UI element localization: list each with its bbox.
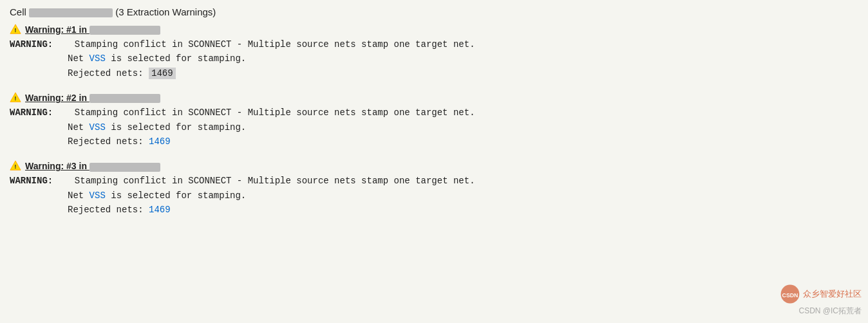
warning-line2-3: Net VSS is selected for stamping.: [68, 189, 858, 203]
main-container: Cell (3 Extraction Warnings) ! Warning: …: [0, 0, 868, 323]
cell-name-blurred: [29, 8, 113, 17]
warning-title-text-1: Warning: #1 in: [25, 24, 160, 35]
warning-line3-1: Rejected nets: 1469: [68, 66, 858, 80]
watermark-text-2: CSDN @IC拓荒者: [798, 306, 862, 317]
svg-text:!: !: [14, 95, 16, 102]
warning-block-2: ! Warning: #2 in WARNING: Stamping confl…: [10, 92, 858, 149]
warning-title-1: ! Warning: #1 in: [10, 24, 858, 35]
warning-body-1: WARNING: Stamping conflict in SCONNECT -…: [10, 37, 858, 80]
rejected-number-1: 1469: [149, 68, 176, 79]
watermark: CSDN 众乡智爱好社区 CSDN @IC拓荒者: [780, 284, 862, 317]
watermark-text-1: 众乡智爱好社区: [803, 288, 862, 300]
warning-line1-2: WARNING: Stamping conflict in SCONNECT -…: [10, 106, 858, 120]
vss-2: VSS: [90, 122, 106, 133]
warning-location-blurred-2: [90, 94, 160, 103]
warning-line2-2: Net VSS is selected for stamping.: [68, 120, 858, 134]
warning-title-text-2: Warning: #2 in: [25, 93, 160, 103]
warning-body-2: WARNING: Stamping conflict in SCONNECT -…: [10, 106, 858, 149]
warning-line1-3: WARNING: Stamping conflict in SCONNECT -…: [10, 174, 858, 188]
warning-body-3: WARNING: Stamping conflict in SCONNECT -…: [10, 174, 858, 217]
warning-line3-2: Rejected nets: 1469: [68, 134, 858, 149]
warning-location-blurred-3: [90, 163, 160, 172]
warning-block-1: ! Warning: #1 in WARNING: Stamping confl…: [10, 24, 858, 80]
cell-header-suffix: (3 Extraction Warnings): [113, 6, 216, 17]
warning-title-3: ! Warning: #3 in: [10, 160, 858, 172]
warning-line1-1: WARNING: Stamping conflict in SCONNECT -…: [10, 37, 858, 51]
warning-title-text-3: Warning: #3 in: [25, 161, 160, 171]
svg-text:CSDN: CSDN: [782, 292, 798, 299]
watermark-logo: CSDN 众乡智爱好社区: [780, 284, 862, 304]
cell-header-prefix: Cell: [10, 6, 29, 17]
svg-text:!: !: [14, 163, 16, 171]
warning-title-prefix-3: Warning: #3 in: [25, 161, 90, 171]
warning-line3-3: Rejected nets: 1469: [68, 203, 858, 217]
csdn-logo-icon: CSDN: [780, 284, 800, 304]
cell-header: Cell (3 Extraction Warnings): [10, 6, 858, 17]
warning-icon-1: !: [10, 24, 21, 35]
vss-3: VSS: [90, 190, 106, 201]
warning-icon-3: !: [10, 160, 21, 172]
vss-1: VSS: [90, 53, 106, 64]
warning-line2-1: Net VSS is selected for stamping.: [68, 51, 858, 66]
warning-icon-2: !: [10, 92, 21, 104]
warning-title-2: ! Warning: #2 in: [10, 92, 858, 104]
warning-title-prefix-1: Warning: #1 in: [25, 24, 90, 35]
warning-block-3: ! Warning: #3 in WARNING: Stamping confl…: [10, 160, 858, 217]
warning-location-blurred-1: [90, 26, 160, 35]
warning-title-prefix-2: Warning: #2 in: [25, 93, 90, 103]
svg-text:!: !: [14, 27, 16, 34]
rejected-number-2: 1469: [149, 136, 171, 147]
rejected-number-3: 1469: [149, 205, 171, 215]
